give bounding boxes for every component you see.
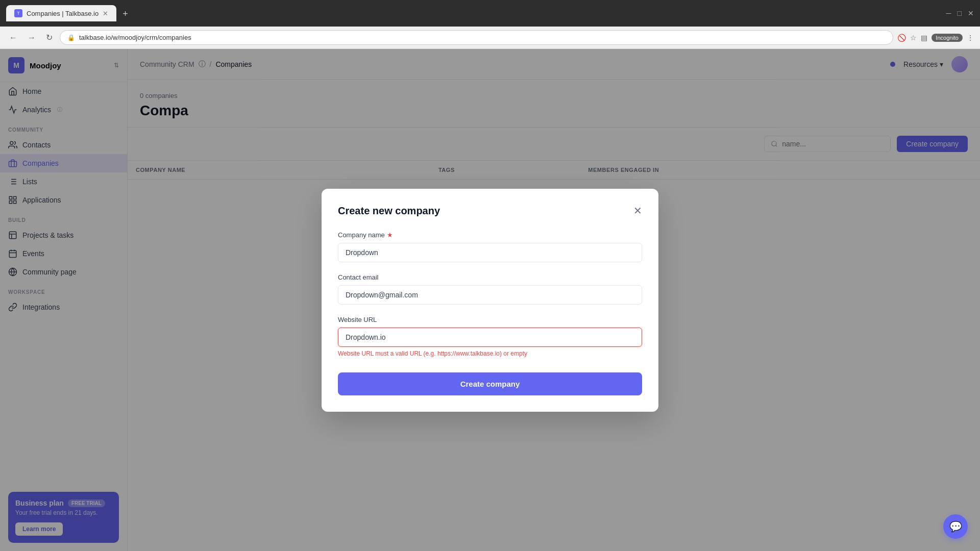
company-name-input[interactable] [338,243,642,262]
lock-icon: 🔒 [67,34,75,41]
website-url-label: Website URL [338,316,642,323]
create-company-modal: Create new company ✕ Company name ★ Cont… [322,189,658,412]
new-tab-button[interactable]: + [118,7,132,21]
tab-favicon: T [14,9,22,17]
modal-close-button[interactable]: ✕ [633,206,642,216]
website-error-message: Website URL must a valid URL (e.g. https… [338,350,642,357]
chat-bubble-button[interactable]: 💬 [943,514,968,539]
create-company-modal-button[interactable]: Create company [338,372,642,395]
minimize-button[interactable]: ─ [946,9,951,17]
contact-email-group: Contact email [338,273,642,305]
url-text: talkbase.io/w/moodjoy/crm/companies [79,34,886,41]
active-tab[interactable]: T Companies | Talkbase.io ✕ [6,5,116,21]
modal-overlay[interactable]: Create new company ✕ Company name ★ Cont… [0,49,980,551]
menu-icon[interactable]: ⋮ [967,34,974,42]
modal-title: Create new company [338,205,440,217]
contact-email-input[interactable] [338,285,642,305]
sidebar-icon[interactable]: ▤ [921,34,927,42]
browser-chrome: T Companies | Talkbase.io ✕ + ─ □ ✕ [0,0,980,27]
url-bar[interactable]: 🔒 talkbase.io/w/moodjoy/crm/companies [60,30,893,45]
company-name-label: Company name ★ [338,231,642,239]
incognito-badge: Incognito [932,34,963,42]
contact-email-label: Contact email [338,273,642,281]
reload-button[interactable]: ↻ [43,31,56,44]
required-star: ★ [387,231,393,239]
company-name-group: Company name ★ [338,231,642,262]
website-url-group: Website URL Website URL must a valid URL… [338,316,642,357]
star-icon[interactable]: ☆ [910,34,917,42]
maximize-button[interactable]: □ [958,9,962,17]
address-bar: ← → ↻ 🔒 talkbase.io/w/moodjoy/crm/compan… [0,27,980,49]
eyeoff-icon[interactable]: 🚫 [897,34,906,42]
tab-close-button[interactable]: ✕ [103,10,108,17]
address-bar-icons: 🚫 ☆ ▤ Incognito ⋮ [897,34,974,42]
back-button[interactable]: ← [6,31,20,44]
forward-button[interactable]: → [24,31,39,44]
window-controls: ─ □ ✕ [946,9,974,17]
browser-tabs: T Companies | Talkbase.io ✕ + [6,5,942,21]
tab-title: Companies | Talkbase.io [27,10,99,17]
close-button[interactable]: ✕ [968,9,974,17]
modal-header: Create new company ✕ [338,205,642,217]
website-url-input[interactable] [338,328,642,347]
chat-icon: 💬 [949,520,962,533]
